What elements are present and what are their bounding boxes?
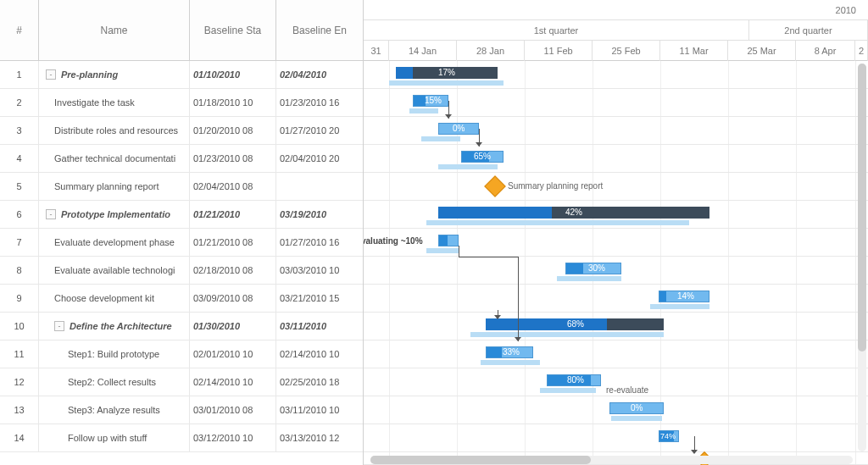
row-start-date[interactable]: 01/20/2010 08 xyxy=(190,117,276,144)
task-name-label: Summary planning report xyxy=(54,181,159,191)
timeline-panel[interactable]: 2010 1st quarter2nd quarter 3114 Jan28 J… xyxy=(364,0,868,465)
header-name[interactable]: Name xyxy=(39,0,190,60)
header-start[interactable]: Baseline Sta xyxy=(190,0,276,60)
row-end-date[interactable]: 03/21/2010 15 xyxy=(276,285,363,312)
timeline-row[interactable]: 0% xyxy=(364,396,868,424)
row-start-date[interactable]: 01/23/2010 08 xyxy=(190,145,276,172)
timeline-row[interactable]: 80% re-evaluate xyxy=(364,368,868,396)
row-name[interactable]: Step3: Analyze results xyxy=(39,396,190,423)
date-cell[interactable]: 11 Mar xyxy=(660,41,728,61)
timeline-row[interactable]: 0% xyxy=(364,117,868,145)
timeline-body[interactable]: 17% 15% 0% xyxy=(364,61,868,465)
quarter-cell[interactable]: 1st quarter xyxy=(364,20,749,41)
date-cell[interactable]: 2 xyxy=(855,41,868,61)
row-end-date[interactable]: 03/11/2010 10 xyxy=(276,396,363,423)
quarter-cell[interactable]: 2nd quarter xyxy=(749,20,868,41)
table-row[interactable]: 14Follow up with stuff03/12/2010 1003/13… xyxy=(0,424,363,452)
date-cell[interactable]: 14 Jan xyxy=(389,41,457,61)
collapse-button[interactable]: - xyxy=(46,209,56,219)
horizontal-scrollbar-track[interactable] xyxy=(370,456,853,464)
row-name[interactable]: -Define the Architecture xyxy=(39,313,190,340)
row-end-date[interactable]: 02/25/2010 18 xyxy=(276,368,363,396)
timeline-row[interactable]: 74% xyxy=(364,424,868,452)
row-end-date[interactable]: 02/14/2010 10 xyxy=(276,340,363,368)
milestone-diamond[interactable] xyxy=(484,175,505,197)
timeline-row[interactable]: 14% xyxy=(364,285,868,313)
table-row[interactable]: 13Step3: Analyze results03/01/2010 0803/… xyxy=(0,396,363,424)
row-end-date[interactable]: 01/23/2010 16 xyxy=(276,89,363,116)
date-cell[interactable]: 11 Feb xyxy=(525,41,593,61)
row-end-date[interactable]: 01/27/2010 20 xyxy=(276,117,363,144)
row-end-date[interactable]: 03/03/2010 10 xyxy=(276,257,363,284)
table-row[interactable]: 3Distribute roles and resources01/20/201… xyxy=(0,117,363,145)
row-name[interactable]: Step2: Collect results xyxy=(39,368,190,396)
vertical-scrollbar-track[interactable] xyxy=(858,64,866,451)
date-cell[interactable]: 8 Apr xyxy=(796,41,855,61)
table-row[interactable]: 12Step2: Collect results02/14/2010 1002/… xyxy=(0,368,363,396)
table-row[interactable]: 1-Pre-planning01/10/201002/04/2010 xyxy=(0,61,363,89)
timeline-row[interactable]: 33% xyxy=(364,340,868,368)
row-start-date[interactable]: 02/14/2010 10 xyxy=(190,368,276,396)
task-name-label: Step2: Collect results xyxy=(68,377,156,387)
percent-label: 14% xyxy=(677,291,694,302)
table-row[interactable]: 11Step1: Build prototype02/01/2010 1002/… xyxy=(0,340,363,368)
row-start-date[interactable]: 03/09/2010 08 xyxy=(190,285,276,312)
row-start-date[interactable]: 01/30/2010 xyxy=(190,313,276,340)
row-start-date[interactable]: 01/10/2010 xyxy=(190,61,276,88)
row-end-date[interactable]: 03/11/2010 xyxy=(276,313,363,340)
horizontal-scrollbar-thumb[interactable] xyxy=(370,456,591,464)
timeline-row[interactable]: Summary planning report xyxy=(364,173,868,201)
row-name[interactable]: Step1: Build prototype xyxy=(39,340,190,368)
row-name[interactable]: -Pre-planning xyxy=(39,61,190,88)
row-end-date[interactable] xyxy=(276,173,363,200)
table-row[interactable]: 10-Define the Architecture01/30/201003/1… xyxy=(0,313,363,340)
row-end-date[interactable]: 02/04/2010 xyxy=(276,61,363,88)
row-name[interactable]: Evaluate available technologi xyxy=(39,257,190,284)
row-name[interactable]: Evaluate development phase xyxy=(39,229,190,256)
row-start-date[interactable]: 02/01/2010 10 xyxy=(190,340,276,368)
row-start-date[interactable]: 01/18/2010 10 xyxy=(190,89,276,116)
collapse-button[interactable]: - xyxy=(54,321,64,331)
timeline-row[interactable]: 65% xyxy=(364,145,868,173)
row-end-date[interactable]: 01/27/2010 16 xyxy=(276,229,363,256)
row-name[interactable]: -Prototype Implementatio xyxy=(39,201,190,228)
timeline-row[interactable]: 30% xyxy=(364,257,868,285)
row-name[interactable]: Choose development kit xyxy=(39,285,190,312)
row-start-date[interactable]: 02/18/2010 08 xyxy=(190,257,276,284)
row-name[interactable]: Distribute roles and resources xyxy=(39,117,190,144)
row-start-date[interactable]: 02/04/2010 08 xyxy=(190,173,276,200)
timeline-row[interactable]: 15% xyxy=(364,89,868,117)
table-row[interactable]: 2Investigate the task01/18/2010 1001/23/… xyxy=(0,89,363,117)
row-start-date[interactable]: 01/21/2010 08 xyxy=(190,229,276,256)
row-start-date[interactable]: 03/01/2010 08 xyxy=(190,396,276,423)
timeline-row[interactable]: 68% xyxy=(364,313,868,340)
row-name[interactable]: Follow up with stuff xyxy=(39,424,190,451)
vertical-scrollbar-thumb[interactable] xyxy=(858,64,866,352)
collapse-button[interactable]: - xyxy=(46,69,56,80)
header-idx[interactable]: # xyxy=(0,0,39,60)
table-row[interactable]: 5Summary planning report02/04/2010 08 xyxy=(0,173,363,201)
date-cell[interactable]: 28 Jan xyxy=(457,41,525,61)
row-end-date[interactable]: 03/13/2010 12 xyxy=(276,424,363,451)
row-start-date[interactable]: 01/21/2010 xyxy=(190,201,276,228)
row-end-date[interactable]: 03/19/2010 xyxy=(276,201,363,228)
percent-label: 65% xyxy=(474,152,491,162)
date-cell[interactable]: 25 Mar xyxy=(728,41,796,61)
header-end[interactable]: Baseline En xyxy=(276,0,363,60)
table-row[interactable]: 7Evaluate development phase01/21/2010 08… xyxy=(0,229,363,257)
timeline-row[interactable]: valuating ~10% xyxy=(364,229,868,257)
table-row[interactable]: 6-Prototype Implementatio01/21/201003/19… xyxy=(0,201,363,229)
row-name[interactable]: Gather technical documentati xyxy=(39,145,190,172)
date-cell[interactable]: 25 Feb xyxy=(593,41,660,61)
row-name[interactable]: Investigate the task xyxy=(39,89,190,116)
row-end-date[interactable]: 02/04/2010 20 xyxy=(276,145,363,172)
task-progress xyxy=(566,263,583,274)
table-row[interactable]: 8Evaluate available technologi02/18/2010… xyxy=(0,257,363,285)
timeline-row[interactable]: 42% xyxy=(364,201,868,229)
row-name[interactable]: Summary planning report xyxy=(39,173,190,200)
timeline-row[interactable]: 17% xyxy=(364,61,868,89)
row-start-date[interactable]: 03/12/2010 10 xyxy=(190,424,276,451)
date-cell[interactable]: 31 xyxy=(364,41,389,61)
table-row[interactable]: 4Gather technical documentati01/23/2010 … xyxy=(0,145,363,173)
table-row[interactable]: 9Choose development kit03/09/2010 0803/2… xyxy=(0,285,363,313)
